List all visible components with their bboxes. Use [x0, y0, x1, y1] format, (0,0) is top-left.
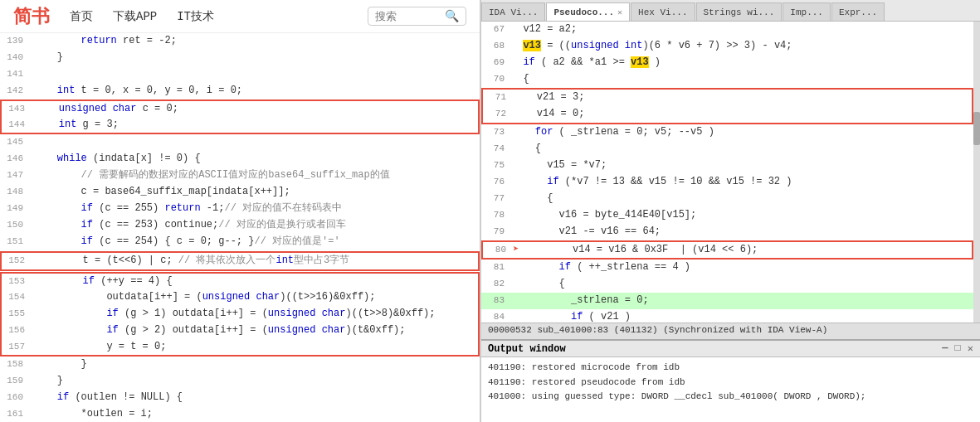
ida-line: 84 if ( v21 ): [481, 309, 973, 323]
line-number: 139: [0, 33, 30, 50]
tab-strings[interactable]: Strings wi...: [696, 2, 783, 21]
line-number: 142: [0, 83, 30, 99]
search-icon: 🔍: [445, 9, 459, 23]
line-code-text: outdata[i++] = (unsigned char)((t>>16)&0…: [32, 289, 478, 306]
output-minimize-icon[interactable]: —: [942, 342, 948, 355]
source-line: 159 }: [0, 373, 480, 390]
ida-code-text: if ( v21 ): [511, 309, 970, 323]
line-code-text: }: [30, 50, 480, 66]
tab-pseudocode[interactable]: Pseudoco...✕: [546, 2, 630, 21]
output-header-controls: — □ ✕: [942, 342, 973, 355]
ida-code-text: {: [511, 191, 970, 207]
line-number: 147: [0, 167, 30, 184]
tab-close-icon[interactable]: ✕: [617, 7, 622, 17]
ida-line-number: 68: [485, 38, 511, 55]
tab-label: Imp...: [790, 7, 823, 17]
site-logo: 简书: [13, 4, 50, 29]
nav-bar: 简书 首页 下载APP IT技术 🔍: [0, 0, 480, 33]
ida-code-text: v16 = byte_414E40[v15];: [511, 207, 970, 224]
ida-code-text: v14 = 0;: [513, 106, 968, 123]
ida-line-number: 76: [485, 174, 511, 191]
ida-code-text: v13 = ((unsigned int)(6 * v6 + 7) >> 3) …: [511, 38, 970, 55]
ida-line-number: 74: [485, 141, 511, 158]
ida-line-number: 80: [486, 242, 513, 259]
tab-label: IDA Vi...: [489, 7, 538, 17]
line-number: 143: [2, 101, 32, 117]
tabs-bar: IDA Vi...Pseudoco...✕Hex Vi...Strings wi…: [481, 0, 980, 22]
output-body: 401190: restored microcode from idb40119…: [481, 357, 980, 422]
output-maximize-icon[interactable]: □: [955, 342, 961, 355]
line-number: 144: [2, 117, 32, 133]
ida-code-text: v15 = *v7;: [511, 158, 970, 174]
ida-line-number: 70: [485, 71, 511, 88]
ida-code-text: {: [511, 71, 970, 88]
ida-line: 77 {: [481, 191, 973, 207]
line-code-text: int g = 3;: [32, 117, 478, 133]
search-box[interactable]: 🔍: [368, 7, 466, 26]
right-panel: IDA Vi...Pseudoco...✕Hex Vi...Strings wi…: [481, 0, 980, 422]
tab-expr[interactable]: Expr...: [831, 2, 885, 21]
source-line: 155 if (g > 1) outdata[i++] = (unsigned …: [0, 306, 480, 323]
ida-line-number: 75: [485, 158, 511, 174]
line-number: 156: [2, 323, 32, 339]
ida-line: 82 {: [481, 276, 973, 293]
nav-download[interactable]: 下载APP: [113, 9, 157, 24]
line-code-text: [30, 134, 480, 151]
ida-line: 68 v13 = ((unsigned int)(6 * v6 + 7) >> …: [481, 38, 973, 55]
line-number: 160: [0, 390, 30, 406]
ida-line: 67 v12 = a2;: [481, 22, 973, 38]
nav-it-tech[interactable]: IT技术: [177, 9, 214, 24]
ida-line-number: 73: [485, 124, 511, 141]
line-number: 150: [0, 217, 30, 234]
nav-home[interactable]: 首页: [70, 9, 93, 24]
ida-line-number: 67: [485, 22, 511, 38]
line-code-text: if (g > 1) outdata[i++] = (unsigned char…: [32, 306, 478, 323]
line-number: 140: [0, 50, 30, 66]
ida-line: 79 v21 -= v16 == 64;: [481, 224, 973, 240]
ida-line: 76 if (*v7 != 13 && v15 != 10 && v15 != …: [481, 174, 973, 191]
source-line: 160 if (outlen != NULL) {: [0, 390, 480, 406]
line-code-text: y = t = 0;: [32, 339, 478, 355]
tab-label: Hex Vi...: [638, 7, 687, 17]
ida-line-number: 69: [485, 55, 511, 71]
ida-line-number: 83: [485, 293, 511, 309]
source-line: 150 if (c == 253) continue;// 对应的值是换行或者回…: [0, 217, 480, 234]
tab-ida-view[interactable]: IDA Vi...: [481, 2, 545, 21]
line-number: 159: [0, 373, 30, 390]
ida-code-text: _strlena = 0;: [511, 293, 970, 309]
line-code-text: unsigned char c = 0;: [32, 101, 478, 117]
tab-hex-view[interactable]: Hex Vi...: [631, 2, 695, 21]
ida-code-text: if (*v7 != 13 && v15 != 10 && v15 != 32 …: [511, 174, 970, 191]
line-number: 146: [0, 151, 30, 167]
line-number: 149: [0, 201, 30, 217]
ida-line: 71 v21 = 3;: [481, 88, 973, 106]
line-code-text: if (c == 255) return -1;// 对应的值不在转码表中: [30, 201, 480, 217]
source-line: 139 return ret = -2;: [0, 33, 480, 50]
source-line: 148 c = base64_suffix_map[indata[x++]];: [0, 184, 480, 201]
search-input[interactable]: [375, 10, 441, 22]
status-bar: 00000532 sub_401000:83 (401132) (Synchro…: [481, 323, 980, 339]
ida-pseudocode-view: 67 v12 = a2;68 v13 = ((unsigned int)(6 *…: [481, 22, 973, 323]
ida-code-text: v12 = a2;: [511, 22, 970, 38]
left-panel: 简书 首页 下载APP IT技术 🔍 139 return ret = -2;1…: [0, 0, 481, 422]
line-number: 153: [2, 274, 32, 289]
line-number: 148: [0, 184, 30, 201]
source-line: 161 *outlen = i;: [0, 406, 480, 422]
scrollbar-thumb[interactable]: [973, 112, 980, 145]
source-line: 149 if (c == 255) return -1;// 对应的值不在转码表…: [0, 201, 480, 217]
vertical-scrollbar[interactable]: [973, 22, 980, 323]
ida-code-text: {: [511, 276, 970, 293]
tab-imp[interactable]: Imp...: [783, 2, 831, 21]
source-line: 141: [0, 66, 480, 83]
line-number: 158: [0, 357, 30, 373]
line-number: 151: [0, 234, 30, 250]
source-line: 151 if (c == 254) { c = 0; g--; }// 对应的值…: [0, 234, 480, 250]
ida-code-text: for ( _strlena = 0; v5; --v5 ): [511, 124, 970, 141]
line-code-text: return ret = -2;: [30, 33, 480, 50]
ida-line-number: 82: [485, 276, 511, 293]
output-close-icon[interactable]: ✕: [968, 342, 973, 355]
ida-line: 83 _strlena = 0;: [481, 293, 973, 309]
line-number: 152: [2, 253, 32, 269]
tab-label: Expr...: [839, 7, 877, 17]
source-line: 158 }: [0, 357, 480, 373]
